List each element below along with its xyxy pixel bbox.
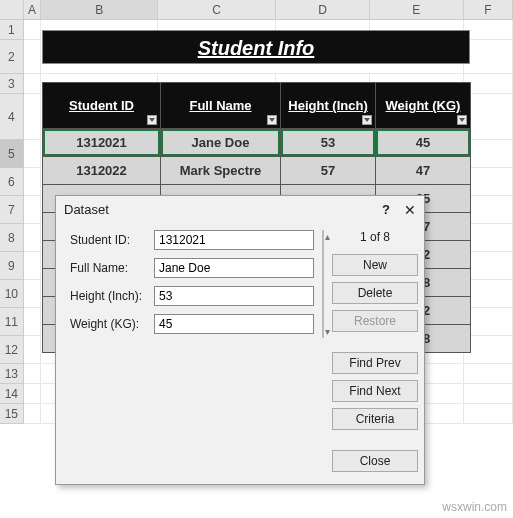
th-student-id[interactable]: Student ID (43, 83, 161, 129)
input-weight[interactable] (154, 314, 314, 334)
label-weight: Weight (KG): (70, 317, 148, 331)
dialog-title: Dataset (64, 196, 109, 224)
col-D[interactable]: D (276, 0, 370, 19)
row-5[interactable]: 5 (0, 140, 24, 168)
row-8[interactable]: 8 (0, 224, 24, 252)
input-full-name[interactable] (154, 258, 314, 278)
delete-button[interactable]: Delete (332, 282, 418, 304)
filter-icon[interactable] (267, 115, 277, 125)
restore-button: Restore (332, 310, 418, 332)
record-counter: 1 of 8 (332, 230, 418, 244)
close-icon[interactable]: ✕ (404, 196, 416, 224)
watermark: wsxwin.com (442, 500, 507, 514)
close-button[interactable]: Close (332, 450, 418, 472)
input-height[interactable] (154, 286, 314, 306)
col-B[interactable]: B (41, 0, 157, 19)
row-15[interactable]: 15 (0, 404, 24, 424)
data-form-dialog: Dataset ? ✕ Student ID: Full Name: Heigh… (55, 195, 425, 485)
col-F[interactable]: F (464, 0, 513, 19)
th-full-name[interactable]: Full Name (161, 83, 281, 129)
row-4[interactable]: 4 (0, 94, 24, 140)
filter-icon[interactable] (147, 115, 157, 125)
col-E[interactable]: E (370, 0, 464, 19)
new-button[interactable]: New (332, 254, 418, 276)
th-weight[interactable]: Weight (KG) (376, 83, 471, 129)
label-full-name: Full Name: (70, 261, 148, 275)
row-3[interactable]: 3 (0, 74, 24, 94)
criteria-button[interactable]: Criteria (332, 408, 418, 430)
row-7[interactable]: 7 (0, 196, 24, 224)
row-6[interactable]: 6 (0, 168, 24, 196)
filter-icon[interactable] (362, 115, 372, 125)
help-icon[interactable]: ? (382, 196, 390, 224)
label-student-id: Student ID: (70, 233, 148, 247)
row-11[interactable]: 11 (0, 308, 24, 336)
table-row[interactable]: 1312022Mark Spectre5747 (43, 157, 471, 185)
column-headers: A B C D E F (0, 0, 513, 20)
row-1[interactable]: 1 (0, 20, 24, 40)
row-14[interactable]: 14 (0, 384, 24, 404)
filter-icon[interactable] (457, 115, 467, 125)
row-9[interactable]: 9 (0, 252, 24, 280)
page-title: Student Info (42, 30, 470, 64)
input-student-id[interactable] (154, 230, 314, 250)
find-prev-button[interactable]: Find Prev (332, 352, 418, 374)
th-height[interactable]: Height (Inch) (281, 83, 376, 129)
col-C[interactable]: C (158, 0, 276, 19)
scrollbar[interactable] (322, 230, 324, 338)
table-row[interactable]: 1312021Jane Doe5345 (43, 129, 471, 157)
row-2[interactable]: 2 (0, 40, 24, 74)
row-13[interactable]: 13 (0, 364, 24, 384)
col-A[interactable]: A (24, 0, 42, 19)
find-next-button[interactable]: Find Next (332, 380, 418, 402)
row-12[interactable]: 12 (0, 336, 24, 364)
row-10[interactable]: 10 (0, 280, 24, 308)
label-height: Height (Inch): (70, 289, 148, 303)
